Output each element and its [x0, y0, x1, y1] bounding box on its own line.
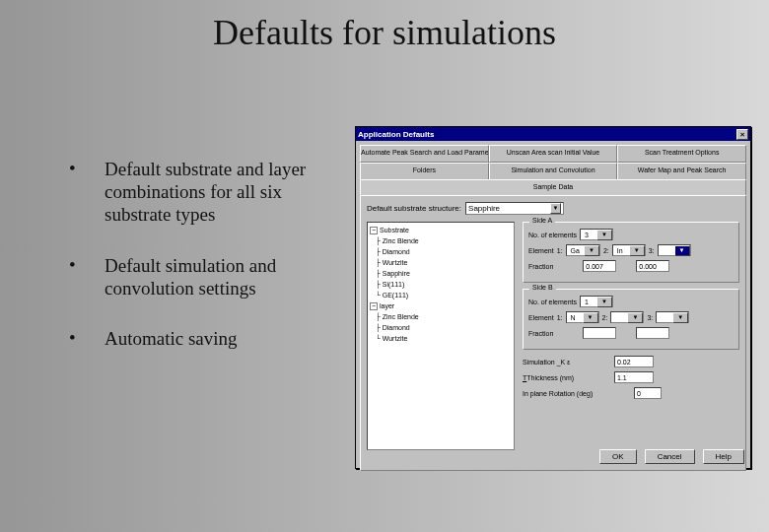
tab-wafer-map[interactable]: Wafer Map and Peak Search — [617, 163, 746, 180]
substrate-combo[interactable]: Sapphire ▼ — [465, 202, 564, 215]
chevron-down-icon: ▼ — [596, 230, 612, 240]
close-icon[interactable]: × — [736, 129, 748, 140]
substrate-label: Default substrate structure: — [367, 204, 461, 213]
sim-k-input[interactable]: 0.02 — [614, 356, 654, 367]
element-a1-combo[interactable]: Ga▼ — [566, 244, 600, 256]
tab-sim-conv[interactable]: Simulation and Convolution — [489, 163, 618, 180]
collapse-icon[interactable]: − — [370, 302, 378, 310]
num-elements-b-label: No. of elements — [528, 299, 577, 305]
num-elements-a-combo[interactable]: 3▼ — [580, 229, 613, 240]
chevron-down-icon: ▼ — [583, 312, 598, 323]
tab-unscan[interactable]: Unscan Area scan Initial Value — [489, 145, 618, 163]
tree-node-layer[interactable]: −layer — [370, 300, 512, 311]
chevron-down-icon: ▼ — [672, 312, 688, 323]
sim-k-label: Simulation _K ε — [523, 359, 611, 366]
element-a3-combo[interactable]: ▼ — [658, 244, 691, 256]
fraction-b2-input[interactable] — [636, 327, 669, 339]
element-b1-combo[interactable]: N▼ — [566, 311, 599, 323]
rotation-input[interactable]: 0 — [634, 387, 662, 399]
element-a-label: Element — [528, 247, 554, 254]
thickness-input[interactable]: 1.1 — [614, 371, 654, 383]
thickness-label: TThickness (nm) — [523, 374, 611, 381]
fraction-b1-input[interactable] — [583, 327, 616, 339]
app-defaults-window: Application Defaults × Automate Peak Sea… — [355, 126, 751, 469]
fraction-a2-input[interactable]: 0.000 — [636, 260, 669, 272]
window-title: Application Defaults — [358, 130, 434, 139]
fraction-a-label: Fraction — [528, 263, 553, 270]
chevron-down-icon: ▼ — [674, 245, 690, 256]
tree-node-substrate[interactable]: −Substrate — [370, 225, 512, 235]
collapse-icon[interactable]: − — [370, 227, 378, 234]
tree-node[interactable]: ├ Diamond — [370, 246, 512, 257]
element-b3-combo[interactable]: ▼ — [656, 311, 689, 323]
side-b-title: Side B — [529, 284, 556, 291]
chevron-down-icon: ▼ — [629, 245, 645, 256]
rotation-label: In plane Rotation (deg) — [523, 390, 631, 397]
dialog-buttons: OK Cancel Help — [599, 449, 744, 464]
sample-data-panel: Default substrate structure: Sapphire ▼ … — [360, 195, 746, 471]
tree-node[interactable]: ├ Sapphire — [370, 268, 512, 279]
titlebar[interactable]: Application Defaults × — [356, 127, 750, 141]
bullet-item: •Default simulation and convolution sett… — [69, 254, 335, 299]
bullet-item: •Default substrate and layer combination… — [69, 158, 335, 227]
slide-title: Defaults for simulations — [0, 0, 769, 53]
tab-scan-treatment[interactable]: Scan Treatment Options — [617, 145, 746, 163]
tab-folders[interactable]: Folders — [360, 163, 489, 180]
num-elements-b-combo[interactable]: 1▼ — [580, 296, 613, 307]
num-elements-a-label: No. of elements — [528, 232, 577, 238]
element-b-label: Element — [528, 314, 554, 321]
bullet-list: •Default substrate and layer combination… — [69, 158, 335, 377]
tab-strip: Automate Peak Search and Load Parameters… — [360, 145, 746, 180]
tree-node[interactable]: ├ Si(111) — [370, 279, 512, 290]
tree-node[interactable]: └ Wurtzite — [370, 333, 512, 344]
ok-button[interactable]: OK — [599, 449, 637, 464]
element-a2-combo[interactable]: In▼ — [612, 244, 646, 256]
chevron-down-icon: ▼ — [596, 297, 612, 307]
chevron-down-icon: ▼ — [584, 245, 599, 256]
tree-node[interactable]: ├ Diamond — [370, 322, 512, 333]
fraction-b-label: Fraction — [528, 330, 553, 337]
tree-node[interactable]: └ GE(111) — [370, 290, 512, 300]
chevron-down-icon: ▼ — [550, 203, 561, 214]
tree-node[interactable]: ├ Wurtzite — [370, 257, 512, 268]
side-a-title: Side A — [529, 217, 555, 224]
fraction-a1-input[interactable]: 0.007 — [583, 260, 616, 272]
cancel-button[interactable]: Cancel — [645, 449, 695, 464]
tab-sample-data[interactable]: Sample Data — [360, 179, 746, 195]
chevron-down-icon: ▼ — [627, 312, 643, 323]
side-a-group: Side A No. of elements 3▼ Element 1: Ga▼… — [523, 222, 739, 283]
help-button[interactable]: Help — [703, 449, 744, 464]
bullet-item: •Automatic saving — [69, 327, 335, 350]
tree-node[interactable]: ├ Zinc Blende — [370, 235, 512, 246]
tree-node[interactable]: ├ Zinc Blende — [370, 311, 512, 322]
structure-tree[interactable]: −Substrate ├ Zinc Blende ├ Diamond ├ Wur… — [367, 222, 515, 450]
element-b2-combo[interactable]: ▼ — [610, 311, 644, 323]
side-b-group: Side B No. of elements 1▼ Element 1: N▼ … — [523, 289, 739, 350]
tab-auto-peak[interactable]: Automate Peak Search and Load Parameters — [360, 145, 489, 163]
